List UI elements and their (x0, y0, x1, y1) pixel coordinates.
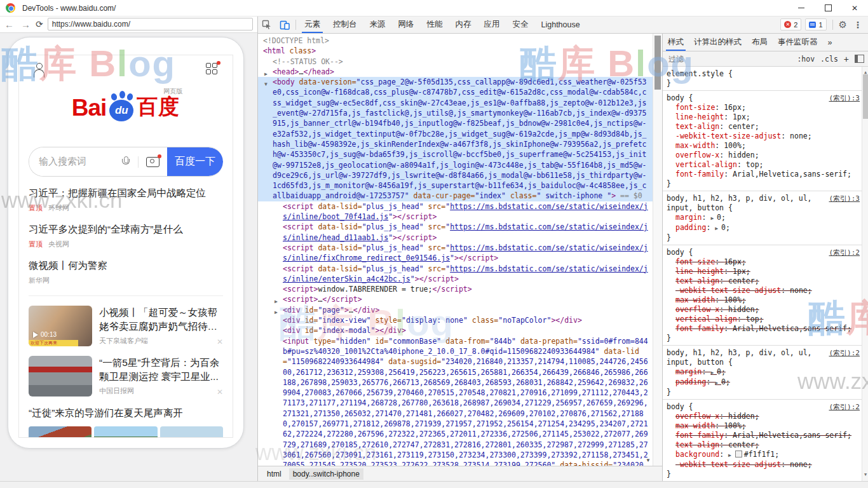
scrollbar-thumb[interactable] (863, 74, 868, 119)
scrollbar-thumb[interactable] (654, 36, 661, 90)
forward-button[interactable]: → (17, 20, 33, 29)
expand-shorthand-icon[interactable]: ▶ (710, 215, 717, 221)
devtools-tab[interactable]: 控制台 (327, 16, 363, 33)
devtools-tab[interactable]: 安全 (506, 16, 535, 33)
news-item[interactable]: 微视频丨何为警察 新华网 (29, 259, 223, 285)
dom-node[interactable]: ▶<script>…</script> (258, 294, 653, 304)
expand-shorthand-icon[interactable]: ▶ (715, 380, 721, 386)
css-property[interactable]: overflow-x: hidden; (667, 412, 860, 421)
dismiss-icon[interactable]: ✕ (217, 388, 223, 396)
dom-node[interactable]: <!--STATUS OK--> (258, 57, 653, 67)
css-property[interactable]: margin: ▶ 0; (667, 367, 860, 377)
css-property[interactable]: background: ▶ #f1f1f1; (667, 450, 860, 460)
elements-scrollbar[interactable] (653, 34, 662, 466)
devtools-tab[interactable]: 应用 (478, 16, 506, 33)
stylesheet-source-link[interactable]: (索引):3 (829, 93, 860, 103)
css-property[interactable]: -webkit-text-size-adjust: none; (667, 286, 860, 295)
css-property[interactable]: font-family: Arial,Helvetica,sans-serif; (667, 170, 860, 179)
stylesheet-source-link[interactable]: (索引):3 (829, 194, 860, 203)
news-photo[interactable] (94, 426, 157, 438)
expand-arrow-icon[interactable]: ▼ (264, 79, 268, 90)
css-property[interactable]: text-align: center; (667, 276, 860, 286)
css-property[interactable]: text-align: center; (667, 440, 860, 450)
news-photo[interactable] (29, 426, 92, 438)
search-button[interactable]: 百度一下 (167, 147, 223, 176)
breadcrumb-item[interactable]: html (263, 468, 285, 480)
scroll-down-icon[interactable]: ▼ (862, 470, 868, 480)
message-badge[interactable]: 1 (805, 18, 826, 30)
devtools-tab[interactable]: Lighthouse (535, 16, 587, 33)
address-bar[interactable] (48, 18, 253, 30)
styles-sidebar-tab[interactable]: 样式 (663, 34, 689, 51)
dom-node[interactable]: <script>window.TABRERENDER = true;</scri… (258, 284, 653, 294)
styles-sidebar-tab[interactable]: 布局 (747, 34, 773, 51)
styles-sidebar-tab[interactable]: 计算出的样式 (689, 34, 747, 51)
dom-node[interactable]: ▶<head>…</head> (258, 67, 653, 77)
css-selector[interactable]: body { (667, 93, 693, 102)
expand-shorthand-icon[interactable]: ▶ (728, 452, 735, 458)
user-account-icon[interactable] (33, 63, 46, 76)
error-badge[interactable]: ✕ 2 (780, 18, 801, 30)
css-property[interactable]: overflow-x: hidden; (667, 151, 860, 160)
css-selector[interactable]: body { (667, 248, 693, 257)
toggle-device-toolbar-button[interactable] (276, 17, 294, 33)
microphone-icon[interactable] (122, 156, 130, 168)
dom-node[interactable]: <script data-lsid="plus_js_head" src="ht… (258, 222, 653, 243)
css-property[interactable]: max-width: 100%; (667, 141, 860, 151)
css-property[interactable]: font-size: 16px; (667, 103, 860, 112)
apps-grid-icon[interactable] (206, 63, 219, 76)
news-photo[interactable] (160, 426, 223, 438)
css-property[interactable]: max-width: 100%; (667, 295, 860, 305)
css-property[interactable]: font-family: Arial,Helvetica,sans-serif; (667, 324, 860, 334)
css-property[interactable]: max-width: 100%; (667, 421, 860, 431)
expand-shorthand-icon[interactable]: ▶ (715, 226, 721, 231)
kebab-menu-icon[interactable]: ⋮ (851, 20, 865, 30)
news-item[interactable]: 习近平多次提到的“全球南方”是什么 置顶央视网 (29, 222, 223, 249)
css-selector[interactable]: body, h1, h2, h3, p, div, ol, ul, input,… (667, 194, 811, 212)
devtools-tab[interactable]: 性能 (421, 16, 449, 33)
css-property[interactable]: font-size: 16px; (667, 257, 860, 267)
css-property[interactable]: line-height: 1px; (667, 267, 860, 276)
css-property[interactable]: font-family: Arial,Helvetica,sans-serif; (667, 431, 860, 440)
dom-node[interactable]: <html class> (258, 46, 653, 56)
css-property[interactable]: -webkit-text-size-adjust: none; (667, 460, 860, 470)
css-property[interactable]: overflow-x: hidden; (667, 305, 860, 315)
stylesheet-source-link[interactable]: (索引):2 (829, 348, 860, 358)
breadcrumb-item[interactable]: body..switch-iphone (289, 468, 363, 480)
news-title[interactable]: “迁徙”来京的导游们在夏天尾声离开 (29, 406, 223, 419)
news-title[interactable]: 习近平多次提到的“全球南方”是什么 (29, 222, 223, 236)
toggle-class-button[interactable]: .cls (820, 55, 838, 64)
dismiss-icon[interactable]: ✕ (217, 337, 223, 346)
css-selector[interactable]: element.style { (667, 69, 733, 78)
color-swatch[interactable] (735, 451, 742, 458)
css-property[interactable]: -webkit-text-size-adjust: none; (667, 132, 860, 141)
refresh-button[interactable]: ⟳ (33, 19, 46, 29)
dom-node[interactable]: <script data-lsid="plus_js_head" src="ht… (258, 264, 653, 285)
css-property[interactable]: padding: ▶ 0; (667, 377, 860, 388)
video-thumbnail[interactable]: 00:13 欢迎下次再来 (29, 306, 92, 346)
close-button[interactable]: ✕ (841, 0, 868, 16)
maximize-button[interactable] (815, 0, 841, 16)
stylesheet-source-link[interactable]: (索引):2 (829, 248, 860, 257)
news-item[interactable]: 习近平：把握新疆在国家全局中战略定位 置顶环球网 (29, 186, 223, 213)
devtools-tab[interactable]: 内存 (449, 16, 478, 33)
css-property[interactable]: padding: ▶ 0; (667, 223, 860, 233)
back-button[interactable]: ← (0, 20, 17, 29)
styles-sidebar-tab[interactable]: 事件监听器 (773, 34, 823, 51)
dock-panel-icon[interactable] (855, 55, 864, 63)
news-thumbnail[interactable] (29, 356, 92, 396)
settings-gear-icon[interactable]: ⚙ (839, 19, 847, 30)
css-property[interactable]: vertical-align: top; (667, 315, 860, 324)
devtools-tab[interactable]: 网络 (392, 16, 421, 33)
css-property[interactable]: margin: ▶ 0; (667, 213, 860, 223)
news-title[interactable]: “一箭5星”升空背后：为百余颗卫星测运控 寰宇卫星业... (99, 356, 223, 384)
devtools-tab[interactable]: 来源 (363, 16, 392, 33)
camera-icon[interactable] (146, 157, 159, 167)
dom-node[interactable]: <script data-lsid="plus_js_head" src="ht… (258, 201, 653, 222)
dom-node[interactable]: <input type="hidden" id="commonBase" dat… (258, 336, 653, 466)
dom-node[interactable]: <div id="index-modal"></div> (258, 325, 653, 336)
css-property[interactable]: line-height: 1px; (667, 112, 860, 122)
stylesheet-source-link[interactable]: (索引):2 (829, 402, 860, 412)
css-selector[interactable]: body { (667, 402, 693, 411)
inspect-element-button[interactable] (258, 17, 276, 33)
